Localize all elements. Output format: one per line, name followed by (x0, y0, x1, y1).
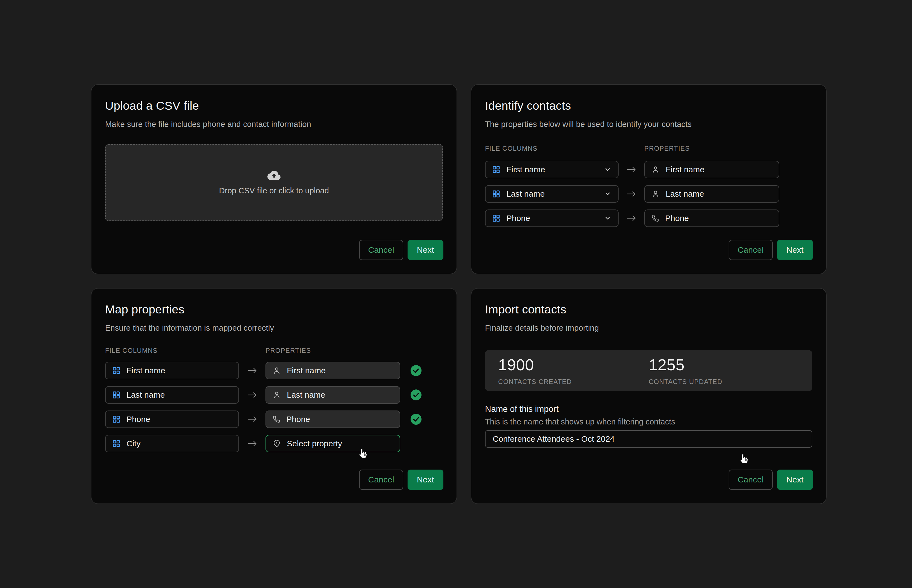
hand-cursor (738, 453, 750, 465)
arrow-right-icon (239, 440, 266, 447)
cancel-button[interactable]: Cancel (729, 240, 773, 260)
arrow-right-icon (239, 416, 266, 423)
stat-value: 1900 (498, 355, 649, 374)
property-select-empty[interactable]: Select property (266, 435, 400, 452)
import-wizard-screens: Upload a CSV file Make sure the file inc… (0, 0, 912, 588)
file-column-value: First name (506, 165, 545, 174)
upload-csv-panel: Upload a CSV file Make sure the file inc… (91, 84, 457, 274)
table-columns-icon (492, 165, 501, 174)
import-name-label: Name of this import (485, 404, 812, 414)
property-value: Select property (287, 439, 342, 448)
page-subtitle: The properties below will be used to ide… (485, 120, 812, 129)
stat-contacts-created: 1900 CONTACTS CREATED (498, 355, 649, 386)
property-value: Last name (287, 390, 325, 399)
person-icon (273, 367, 281, 375)
property-value: First name (666, 165, 705, 174)
file-column-field: First name (105, 362, 239, 379)
cancel-button[interactable]: Cancel (729, 470, 773, 490)
property-value: First name (287, 366, 326, 375)
location-pin-icon (273, 439, 281, 448)
file-column-value: First name (126, 366, 165, 375)
import-name-help: This is the name that shows up when filt… (485, 417, 812, 426)
property-value: Phone (665, 213, 689, 223)
cancel-button[interactable]: Cancel (359, 240, 403, 260)
mapping-row: Last name Last name (485, 185, 812, 203)
arrow-right-icon (619, 191, 644, 197)
page-title: Import contacts (485, 303, 812, 316)
file-column-value: Phone (126, 415, 150, 424)
property-select[interactable]: Last name (266, 386, 400, 404)
mapping-row: First name First name (105, 362, 443, 379)
file-column-value: City (126, 439, 141, 448)
stat-label: CONTACTS UPDATED (649, 378, 799, 386)
table-columns-icon (112, 415, 120, 423)
table-columns-icon (492, 214, 501, 222)
property-select[interactable]: Phone (266, 410, 400, 428)
mapping-row: First name First name (485, 161, 812, 178)
property-value: Last name (666, 189, 704, 199)
table-columns-icon (112, 391, 120, 399)
file-column-value: Last name (506, 189, 545, 199)
properties-header: PROPERTIES (266, 347, 311, 354)
arrow-right-icon (239, 367, 266, 374)
phone-icon (651, 215, 659, 222)
file-columns-header: FILE COLUMNS (105, 347, 266, 354)
stat-contacts-updated: 1255 CONTACTS UPDATED (649, 355, 799, 386)
file-columns-header: FILE COLUMNS (485, 145, 644, 152)
table-columns-icon (112, 367, 120, 375)
person-icon (273, 391, 281, 399)
property-field[interactable]: Phone (644, 210, 779, 227)
property-field[interactable]: First name (644, 161, 779, 178)
next-button[interactable]: Next (777, 470, 813, 490)
csv-dropzone[interactable]: Drop CSV file or click to upload (105, 144, 443, 221)
file-column-dropdown[interactable]: Last name (485, 185, 619, 203)
file-column-field: City (105, 435, 239, 452)
property-field[interactable]: Last name (644, 185, 779, 203)
file-column-dropdown[interactable]: Phone (485, 210, 619, 227)
dropzone-label: Drop CSV file or click to upload (219, 186, 329, 195)
file-column-value: Phone (506, 213, 530, 223)
person-icon (651, 190, 659, 198)
map-properties-panel: Map properties Ensure that the informati… (91, 288, 457, 504)
next-button[interactable]: Next (408, 470, 444, 490)
file-column-field: Phone (105, 410, 239, 428)
chevron-down-icon (604, 215, 611, 222)
stat-label: CONTACTS CREATED (498, 378, 649, 386)
mapping-row: Phone Phone (485, 210, 812, 227)
mapping-row: Phone Phone (105, 410, 443, 428)
cancel-button[interactable]: Cancel (359, 470, 403, 490)
phone-icon (273, 415, 280, 423)
arrow-right-icon (619, 215, 644, 222)
cloud-upload-icon (267, 170, 281, 181)
chevron-down-icon (604, 166, 611, 173)
import-summary-card: 1900 CONTACTS CREATED 1255 CONTACTS UPDA… (485, 350, 812, 391)
properties-header: PROPERTIES (644, 145, 690, 152)
check-circle-icon (410, 365, 422, 376)
identify-contacts-panel: Identify contacts The properties below w… (471, 84, 826, 274)
next-button[interactable]: Next (408, 240, 444, 260)
file-column-dropdown[interactable]: First name (485, 161, 619, 178)
check-circle-icon (410, 389, 422, 401)
check-circle-icon (410, 414, 422, 425)
table-columns-icon (112, 439, 120, 448)
table-columns-icon (492, 190, 501, 198)
page-subtitle: Ensure that the information is mapped co… (105, 323, 443, 333)
import-name-input[interactable] (485, 430, 812, 448)
arrow-right-icon (239, 391, 266, 399)
page-subtitle: Finalize details before importing (485, 323, 812, 333)
mapping-row: City Select property (105, 435, 443, 452)
person-icon (651, 165, 659, 174)
page-title: Upload a CSV file (105, 99, 443, 112)
page-title: Map properties (105, 303, 443, 316)
import-contacts-panel: Import contacts Finalize details before … (471, 288, 826, 504)
property-value: Phone (286, 415, 310, 424)
file-column-value: Last name (126, 390, 165, 399)
page-title: Identify contacts (485, 99, 812, 112)
chevron-down-icon (604, 190, 611, 198)
next-button[interactable]: Next (777, 240, 813, 260)
stat-value: 1255 (649, 355, 799, 374)
mapping-row: Last name Last name (105, 386, 443, 404)
property-select[interactable]: First name (266, 362, 400, 379)
hand-cursor (357, 447, 369, 460)
file-column-field: Last name (105, 386, 239, 404)
